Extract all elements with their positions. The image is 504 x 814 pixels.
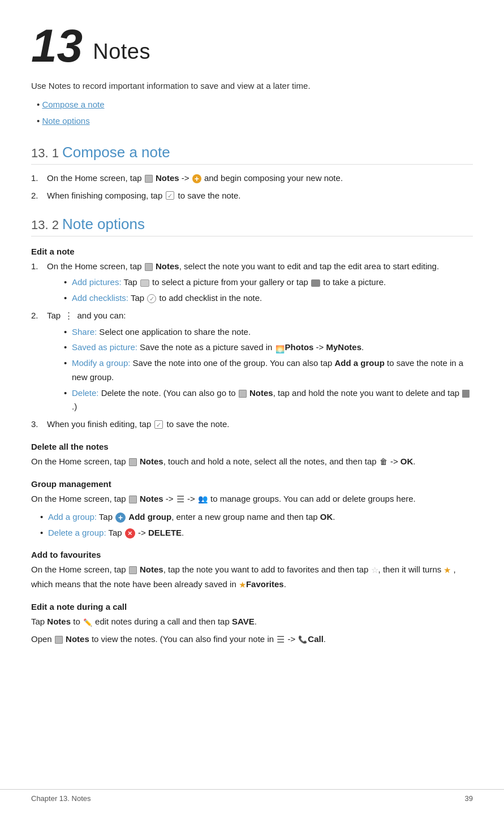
notes-icon5	[129, 566, 137, 574]
bullet-label: Delete a group:	[48, 528, 106, 537]
edit-during-call-text-1: Tap Notes to ✏️ edit notes during a call…	[31, 615, 473, 629]
bullet-delete-group: Delete a group: Tap × -> DELETE.	[40, 526, 473, 540]
dots-menu-icon: ⋮	[64, 311, 74, 321]
chapter-title: Notes	[93, 40, 150, 64]
notes-icon6	[55, 636, 63, 644]
add-group-icon: +	[115, 512, 126, 523]
intro-description: Use Notes to record important informatio…	[31, 79, 473, 93]
footer-right: 39	[465, 794, 473, 803]
bullet-delete: Delete: Delete the note. (You can also g…	[64, 386, 473, 415]
subsection-edit-label: Edit a note	[31, 247, 473, 256]
subsection-delete-label: Delete all the notes	[31, 442, 473, 451]
del-icon: ×	[125, 528, 135, 539]
delete-all-text: On the Home screen, tap Notes, touch and…	[31, 455, 473, 469]
phone-icon: 📞	[298, 634, 307, 645]
bullet-label: Add a group:	[48, 512, 97, 522]
notes-icon4	[129, 496, 137, 503]
toc-item-2[interactable]: Note options	[37, 114, 473, 128]
section-13-1-header: 13. 1 Compose a note	[31, 144, 473, 165]
toc-list: Compose a note Note options	[37, 97, 473, 128]
group-mgmt-icon: 👥	[198, 493, 208, 506]
subsection-group-label: Group management	[31, 479, 473, 489]
section-13-1: 13. 1 Compose a note On the Home screen,…	[31, 144, 473, 203]
subsection-delete-all: Delete all the notes On the Home screen,…	[31, 442, 473, 469]
chapter-header: 13 Notes	[31, 23, 473, 69]
edit-note-steps: On the Home screen, tap Notes, select th…	[31, 260, 473, 432]
toc-link-compose[interactable]: Compose a note	[42, 100, 104, 109]
menu-icon: ☰	[176, 492, 184, 507]
subsection-add-favourites: Add to favourites On the Home screen, ta…	[31, 550, 473, 592]
edit-step-1-bullets: Add pictures: Tap to select a picture fr…	[64, 275, 473, 305]
step-text: On the Home screen, tap Notes -> + and b…	[47, 173, 343, 183]
footer-left: Chapter 13. Notes	[31, 794, 91, 803]
edit-step-2-bullets: Share: Select one application to share t…	[64, 325, 473, 415]
bullet-saved-as-picture: Saved as picture: Save the note as a pic…	[64, 341, 473, 355]
section-13-2-title: Note options	[62, 216, 145, 233]
edit-during-call-text-2: Open Notes to view the notes. (You can a…	[31, 632, 473, 647]
edit-step-1: On the Home screen, tap Notes, select th…	[31, 260, 473, 305]
star-orange-icon2: ★	[239, 579, 246, 589]
add-favourites-text: On the Home screen, tap Notes, tap the n…	[31, 563, 473, 592]
bullet-label: Saved as picture:	[72, 342, 137, 352]
notes-icon	[145, 175, 153, 183]
chapter-number: 13	[31, 23, 83, 69]
bullet-label: Share:	[72, 327, 97, 337]
check-circle-icon: ✓	[147, 294, 156, 303]
notes-icon	[145, 263, 153, 271]
bullet-label: Delete:	[72, 388, 99, 398]
subsection-group-management: Group management On the Home screen, tap…	[31, 479, 473, 540]
section-13-1-number: 13. 1	[31, 146, 59, 161]
trash-icon2: 🗑	[380, 455, 387, 468]
step-1-2: When finishing composing, tap ✓ to save …	[31, 189, 473, 203]
toc-link-note-options[interactable]: Note options	[42, 116, 89, 126]
star-orange-icon: ★	[443, 565, 451, 575]
notes-icon2	[239, 390, 247, 398]
subsection-favourites-label: Add to favourites	[31, 550, 473, 559]
bullet-label: Add checklists:	[72, 293, 128, 303]
photo-icon	[140, 279, 149, 287]
add-circle-icon: +	[192, 174, 201, 183]
notes-icon3	[129, 458, 137, 466]
step-text: When finishing composing, tap ✓ to save …	[47, 191, 241, 200]
section-13-2: 13. 2 Note options Edit a note On the Ho…	[31, 216, 473, 648]
bullet-modify-group: Modify a group: Save the note into one o…	[64, 356, 473, 385]
photos-app-icon: 🌅	[275, 343, 285, 352]
menu-icon2: ☰	[277, 632, 285, 647]
bullet-share: Share: Select one application to share t…	[64, 325, 473, 339]
check-icon2: ✓	[154, 420, 163, 429]
bullet-add-group: Add a group: Tap + Add group, enter a ne…	[40, 510, 473, 524]
bullet-add-pictures: Add pictures: Tap to select a picture fr…	[64, 275, 473, 290]
edit-icon: ✏️	[83, 617, 92, 628]
section-13-2-header: 13. 2 Note options	[31, 216, 473, 236]
bullet-add-checklists: Add checklists: Tap ✓ to add checklist i…	[64, 291, 473, 305]
subsection-edit-during-call: Edit a note during a call Tap Notes to ✏…	[31, 602, 473, 647]
group-management-text: On the Home screen, tap Notes -> ☰ -> 👥 …	[31, 492, 473, 507]
subsection-call-label: Edit a note during a call	[31, 602, 473, 611]
step-1-1: On the Home screen, tap Notes -> + and b…	[31, 171, 473, 186]
section-13-1-title: Compose a note	[62, 144, 170, 161]
edit-step-2: Tap ⋮ and you can: Share: Select one app…	[31, 309, 473, 414]
section-13-2-number: 13. 2	[31, 218, 59, 232]
bullet-label: Modify a group:	[72, 358, 130, 368]
star-grey-icon: ☆	[371, 565, 378, 575]
group-management-bullets: Add a group: Tap + Add group, enter a ne…	[40, 510, 473, 540]
bullet-label: Add pictures:	[72, 277, 122, 287]
trash-icon: 🗑	[462, 390, 469, 398]
camera-icon	[311, 279, 320, 287]
section-13-1-steps: On the Home screen, tap Notes -> + and b…	[31, 171, 473, 203]
check-icon: ✓	[166, 191, 174, 200]
page-footer: Chapter 13. Notes 39	[0, 789, 504, 803]
edit-step-3: When you finish editing, tap ✓ to save t…	[31, 417, 473, 432]
subsection-edit-note: Edit a note On the Home screen, tap Note…	[31, 247, 473, 432]
toc-item-1[interactable]: Compose a note	[37, 97, 473, 112]
